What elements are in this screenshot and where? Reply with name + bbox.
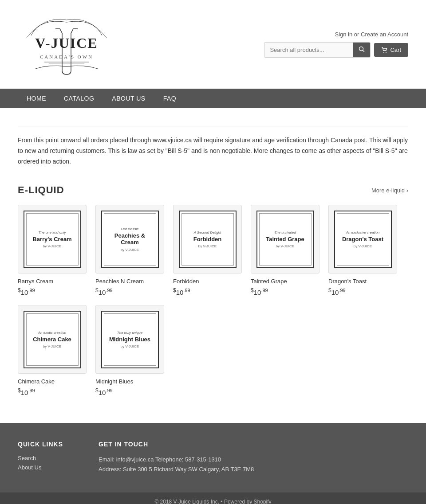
nav-item-home[interactable]: HOME <box>18 89 55 108</box>
product-dollar-2: $ <box>173 287 176 293</box>
product-brand-1: by V-JUICE <box>121 248 139 252</box>
nav-item-faq[interactable]: FAQ <box>154 89 185 108</box>
notice-link[interactable]: require signature and age verification <box>204 137 306 144</box>
nav-list: HOME CATALOG ABOUT US FAQ <box>18 89 408 108</box>
product-dollar-4: $ <box>328 287 331 293</box>
product-label-name-4: Dragon's Toast <box>342 236 383 243</box>
product-price-5: $10.99 <box>18 387 87 396</box>
header: V-JUICE CANADA'S OWN Sign in or Create a… <box>0 0 426 89</box>
notice-text: From this point onward all orders placed… <box>18 135 408 167</box>
product-image-1: Our classic Peachies & Cream by V-JUICE <box>95 205 164 273</box>
product-label-4: An exclusive creation Dragon's Toast by … <box>334 211 392 268</box>
product-label-name-3: Tainted Grape <box>266 236 304 243</box>
address-label: Address: <box>99 466 123 473</box>
product-image-2: A Second Delight Forbidden by V-JUICE <box>173 205 242 273</box>
product-name-6: Midnight Blues <box>95 378 164 385</box>
product-image-0: The one and only Barry's Cream by V-JUIC… <box>18 205 87 273</box>
section-title: E-LIQUID <box>18 184 64 196</box>
nav-link-faq[interactable]: FAQ <box>154 89 185 108</box>
product-card-0[interactable]: The one and only Barry's Cream by V-JUIC… <box>18 205 87 296</box>
product-label-name-0: Barry's Cream <box>32 236 71 243</box>
footer-bottom: © 2018 V-Juice Liquids Inc. • Powered by… <box>0 492 426 504</box>
footer-search-link[interactable]: Search <box>18 455 63 461</box>
product-card-1[interactable]: Our classic Peachies & Cream by V-JUICE … <box>95 205 164 296</box>
products-grid: The one and only Barry's Cream by V-JUIC… <box>18 205 408 396</box>
product-card-5[interactable]: An exotic creation Chimera Cake by V-JUI… <box>18 305 87 396</box>
notice-divider <box>18 126 408 126</box>
nav-item-catalog[interactable]: CATALOG <box>55 89 103 108</box>
product-brand-3: by V-JUICE <box>276 244 294 248</box>
nav-link-home[interactable]: HOME <box>18 89 55 108</box>
product-price-2: $10.99 <box>173 287 242 296</box>
cart-button[interactable]: Cart <box>374 43 408 57</box>
section-header: E-LIQUID More e-liquid › <box>18 184 408 196</box>
nav-link-about[interactable]: ABOUT US <box>103 89 154 108</box>
logo-area: V-JUICE CANADA'S OWN <box>18 9 115 80</box>
search-input[interactable] <box>264 43 353 57</box>
product-cents-4: .99 <box>339 288 345 293</box>
product-card-4[interactable]: An exclusive creation Dragon's Toast by … <box>328 205 397 296</box>
footer-about-link[interactable]: About Us <box>18 464 63 471</box>
product-label-name-6: Midnight Blues <box>109 336 150 343</box>
nav-link-catalog[interactable]: CATALOG <box>55 89 103 108</box>
product-label-2: A Second Delight Forbidden by V-JUICE <box>179 211 237 268</box>
powered-by-link[interactable]: Powered by Shopify <box>224 499 272 504</box>
product-tagline-4: An exclusive creation <box>346 231 380 234</box>
email-label: Email: <box>99 456 116 463</box>
copyright-text: © 2018 V-Juice Liquids Inc. <box>154 499 219 504</box>
product-name-1: Peachies N Cream <box>95 278 164 285</box>
notice-before: From this point onward all orders placed… <box>18 137 204 144</box>
cart-icon <box>381 47 387 53</box>
product-price-0: $10.99 <box>18 287 87 296</box>
telephone-value: 587-315-1310 <box>185 456 221 463</box>
product-label-name-2: Forbidden <box>193 236 222 243</box>
get-in-touch-title: GET IN TOUCH <box>99 441 254 448</box>
product-brand-4: by V-JUICE <box>354 244 372 248</box>
product-tagline-6: The truly unique <box>117 331 142 335</box>
product-cents-2: .99 <box>183 288 190 293</box>
product-card-2[interactable]: A Second Delight Forbidden by V-JUICE Fo… <box>173 205 242 296</box>
product-image-6: The truly unique Midnight Blues by V-JUI… <box>95 305 164 374</box>
signin-link[interactable]: Sign in <box>335 31 352 38</box>
notice-section: From this point onward all orders placed… <box>0 126 426 167</box>
product-dollar-5: $ <box>18 387 21 394</box>
telephone-label: Telephone: <box>155 456 185 463</box>
email-value: info@vjuice.ca <box>116 456 154 463</box>
quick-links-title: QUICK LINKS <box>18 441 63 448</box>
product-dollar-3: $ <box>251 287 254 293</box>
product-name-3: Tainted Grape <box>251 278 320 285</box>
svg-point-6 <box>383 52 384 53</box>
product-cents-1: .99 <box>106 288 112 293</box>
product-image-4: An exclusive creation Dragon's Toast by … <box>328 205 397 273</box>
product-name-5: Chimera Cake <box>18 378 87 385</box>
product-price-1: $10.99 <box>95 287 164 296</box>
address-value: Suite 300 5 Richard Way SW Calgary, AB T… <box>123 466 254 473</box>
footer-quick-links: QUICK LINKS Search About Us <box>18 441 63 474</box>
header-account: Sign in or Create an Account <box>335 31 408 38</box>
product-dollar-0: $ <box>18 287 21 293</box>
product-label-1: Our classic Peachies & Cream by V-JUICE <box>101 211 159 268</box>
svg-line-5 <box>363 51 365 52</box>
nav-item-about[interactable]: ABOUT US <box>103 89 154 108</box>
product-tagline-2: A Second Delight <box>194 231 221 234</box>
search-submit-button[interactable] <box>353 43 370 57</box>
product-image-5: An exotic creation Chimera Cake by V-JUI… <box>18 305 87 374</box>
product-card-3[interactable]: The unrivaled Tainted Grape by V-JUICE T… <box>251 205 320 296</box>
eliquid-section: E-LIQUID More e-liquid › The one and onl… <box>0 184 426 423</box>
product-image-3: The unrivaled Tainted Grape by V-JUICE <box>251 205 320 273</box>
more-eliquid-link[interactable]: More e-liquid › <box>371 187 408 194</box>
product-name-0: Barrys Cream <box>18 278 87 285</box>
product-brand-5: by V-JUICE <box>43 344 61 348</box>
product-tagline-1: Our classic <box>121 227 139 231</box>
product-price-6: $10.99 <box>95 387 164 396</box>
product-brand-2: by V-JUICE <box>198 244 217 248</box>
product-brand-6: by V-JUICE <box>121 344 139 348</box>
svg-text:V-JUICE: V-JUICE <box>35 35 98 51</box>
or-text: or <box>354 31 359 38</box>
product-dollar-1: $ <box>95 287 99 293</box>
product-tagline-0: The one and only <box>39 231 66 234</box>
product-card-6[interactable]: The truly unique Midnight Blues by V-JUI… <box>95 305 164 396</box>
product-price-3: $10.99 <box>251 287 320 296</box>
create-account-link[interactable]: Create an Account <box>361 31 408 38</box>
footer: QUICK LINKS Search About Us GET IN TOUCH… <box>0 423 426 504</box>
